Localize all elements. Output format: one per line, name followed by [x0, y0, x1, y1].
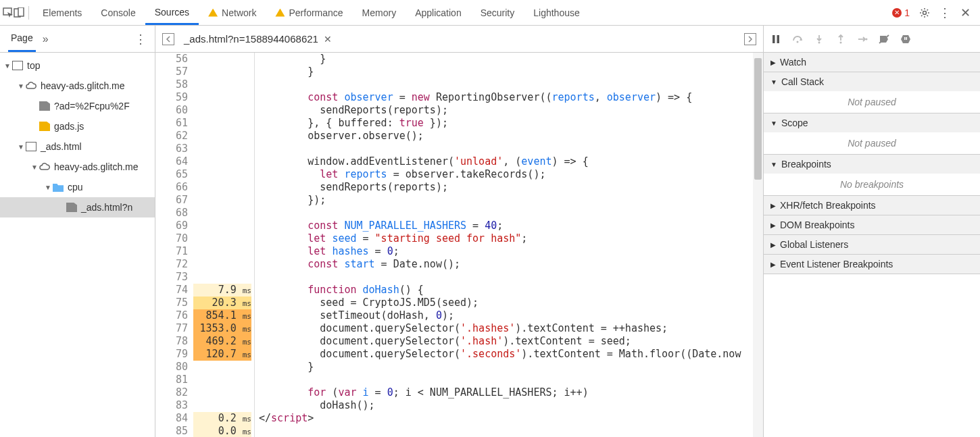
tab-lighthouse[interactable]: Lighthouse: [524, 1, 589, 24]
deactivate-breakpoints-icon[interactable]: [879, 34, 889, 45]
tab-sources[interactable]: Sources: [145, 1, 199, 25]
section-body: Not paused: [764, 132, 980, 154]
warning-icon: [208, 9, 218, 17]
step-icon[interactable]: [857, 34, 868, 45]
tab-performance[interactable]: Performance: [266, 1, 352, 24]
line-number: 62: [155, 130, 188, 143]
sidebar-kebab-icon[interactable]: ⋮: [134, 32, 147, 47]
tree-item[interactable]: ▼heavy-ads.glitch.me: [0, 157, 155, 177]
line-number: 77: [155, 322, 188, 335]
close-tab-icon[interactable]: ✕: [324, 34, 332, 45]
inspect-icon[interactable]: [3, 7, 14, 18]
step-over-icon[interactable]: [792, 34, 803, 45]
tab-label: Console: [101, 7, 135, 18]
chevron-icon: ▼: [770, 78, 777, 86]
section-label: Scope: [781, 118, 808, 128]
chevron-icon: ▼: [770, 120, 777, 127]
section-global-listeners[interactable]: ▶Global Listeners: [764, 235, 980, 254]
line-number: 60: [155, 104, 188, 117]
timing-cell: 469.2 ms: [193, 335, 251, 348]
section-breakpoints[interactable]: ▼Breakpoints: [764, 155, 980, 174]
pause-exceptions-icon[interactable]: [900, 34, 911, 45]
tree-item[interactable]: ▼_ads.html: [0, 136, 155, 157]
section-watch[interactable]: ▶Watch: [764, 53, 980, 72]
section-label: Call Stack: [781, 76, 824, 87]
line-number: 65: [155, 168, 188, 181]
section-label: Watch: [780, 57, 806, 68]
svg-point-8: [840, 41, 842, 43]
error-icon: ✕: [892, 8, 902, 18]
code-line: const start = Date.now();: [259, 258, 763, 271]
pause-icon[interactable]: [770, 34, 781, 45]
section-call-stack[interactable]: ▼Call Stack: [764, 72, 980, 91]
code-line: document.querySelector('.hashes').textCo…: [259, 322, 763, 335]
svg-rect-4: [773, 35, 775, 43]
scrollbar-thumb[interactable]: [754, 58, 762, 180]
chevron-icon: ▶: [770, 59, 776, 66]
tree-item[interactable]: gads.js: [0, 116, 155, 136]
page-tab[interactable]: Page: [8, 26, 36, 52]
line-number: 79: [155, 348, 188, 361]
tab-network[interactable]: Network: [199, 1, 266, 24]
cloud-icon: [39, 162, 50, 172]
tab-label: Lighthouse: [533, 7, 580, 18]
file-icon: [39, 101, 50, 111]
gear-icon[interactable]: [919, 7, 930, 18]
error-badge[interactable]: ✕ 1: [892, 7, 910, 18]
svg-point-3: [923, 11, 927, 14]
code-line: const observer = new ReportingObserver((…: [259, 91, 763, 104]
close-icon[interactable]: ✕: [960, 7, 971, 18]
expand-icon: ▼: [4, 62, 11, 70]
timing-cell: [193, 399, 251, 412]
section-dom-breakpoints[interactable]: ▶DOM Breakpoints: [764, 215, 980, 234]
scrollbar-track[interactable]: [753, 53, 763, 437]
svg-rect-10: [904, 37, 906, 40]
folder-icon: [53, 182, 64, 192]
step-into-icon[interactable]: [814, 34, 825, 45]
tree-item[interactable]: _ads.html?n: [0, 197, 155, 217]
code-line: document.querySelector('.seconds').textC…: [259, 348, 763, 361]
timing-cell: [193, 155, 251, 168]
tab-security[interactable]: Security: [471, 1, 524, 24]
tab-application[interactable]: Application: [406, 1, 471, 24]
code-line: observer.observe();: [259, 130, 763, 143]
more-tabs-icon[interactable]: »: [43, 33, 49, 45]
tree-item-label: top: [27, 60, 40, 71]
section-event-listener-breakpoints[interactable]: ▶Event Listener Breakpoints: [764, 255, 980, 274]
section-scope[interactable]: ▼Scope: [764, 113, 980, 132]
line-number: 64: [155, 155, 188, 168]
tab-console[interactable]: Console: [91, 1, 145, 24]
line-number-gutter: 5657585960616263646566676869707172737475…: [155, 53, 193, 437]
device-toggle-icon[interactable]: [14, 7, 24, 18]
tab-memory[interactable]: Memory: [353, 1, 406, 24]
line-number: 71: [155, 245, 188, 258]
chevron-icon: ▼: [770, 161, 777, 168]
tree-item[interactable]: ▼top: [0, 55, 155, 76]
line-number: 61: [155, 117, 188, 130]
section-label: DOM Breakpoints: [780, 220, 854, 230]
nav-back-icon[interactable]: [162, 33, 174, 45]
tab-elements[interactable]: Elements: [33, 1, 91, 24]
tree-item[interactable]: ▼cpu: [0, 177, 155, 197]
tree-item[interactable]: ?ad=%2Fcpu%2F: [0, 96, 155, 116]
tree-item-label: heavy-ads.glitch.me: [54, 161, 139, 172]
timing-cell: [193, 117, 251, 130]
section-xhr-fetch-breakpoints[interactable]: ▶XHR/fetch Breakpoints: [764, 196, 980, 215]
code-editor[interactable]: 5657585960616263646566676869707172737475…: [155, 53, 763, 437]
error-count: 1: [904, 7, 910, 18]
line-number: 57: [155, 66, 188, 78]
file-tab[interactable]: _ads.html?n=1588944068621 ✕: [181, 30, 335, 47]
timing-cell: [193, 361, 251, 374]
step-out-icon[interactable]: [835, 34, 846, 45]
code-line: let hashes = 0;: [259, 245, 763, 258]
cloud-icon: [26, 81, 36, 91]
tree-item[interactable]: ▼heavy-ads.glitch.me: [0, 76, 155, 96]
kebab-icon[interactable]: ⋮: [939, 7, 950, 18]
code-line: sendReports(reports);: [259, 181, 763, 194]
nav-forward-icon[interactable]: [744, 33, 756, 45]
svg-rect-2: [18, 7, 24, 16]
file-tree: ▼top▼heavy-ads.glitch.me?ad=%2Fcpu%2Fgad…: [0, 53, 155, 220]
svg-point-7: [818, 41, 820, 43]
line-number: 67: [155, 194, 188, 207]
tree-item-label: gads.js: [54, 121, 84, 132]
